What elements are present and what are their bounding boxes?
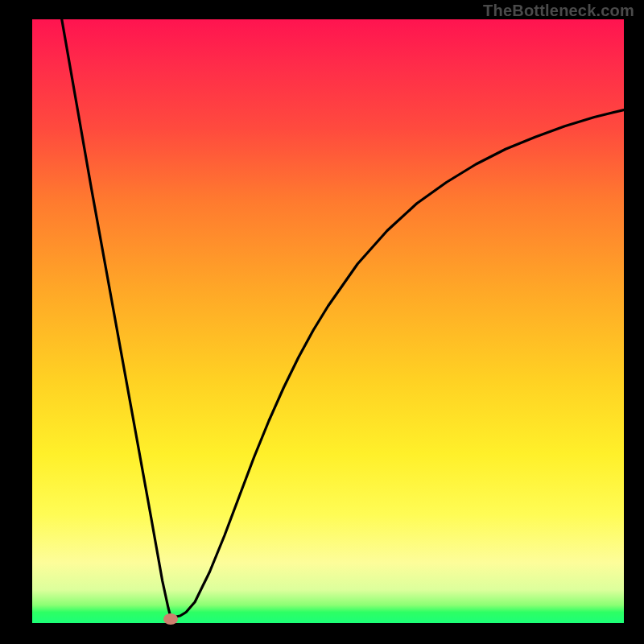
chart-frame: TheBottleneck.com bbox=[0, 0, 644, 644]
curve-svg bbox=[32, 19, 624, 623]
plot-area bbox=[32, 19, 624, 623]
bottleneck-curve bbox=[62, 19, 624, 617]
optimum-marker bbox=[163, 613, 178, 625]
watermark-text: TheBottleneck.com bbox=[483, 2, 634, 20]
